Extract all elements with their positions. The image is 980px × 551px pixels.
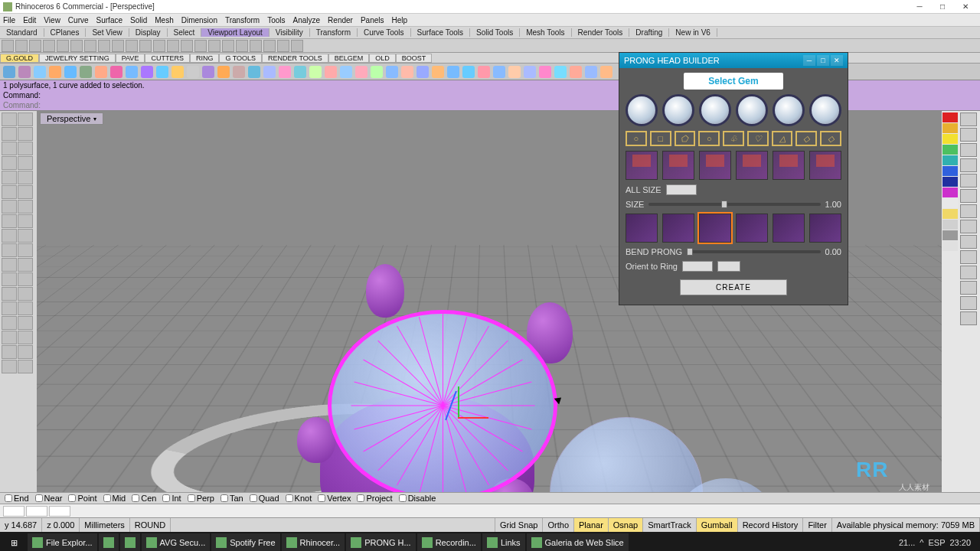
tray-lang[interactable]: ESP [928, 538, 945, 547]
gem-shape-option[interactable]: ♡ [747, 131, 769, 146]
shelf-tab[interactable]: Solid Tools [470, 28, 520, 37]
panel-tab-icon[interactable] [960, 158, 977, 172]
side-tool-icon[interactable] [2, 243, 17, 257]
side-tool-icon[interactable] [18, 156, 33, 170]
osnap-near[interactable] [35, 494, 43, 502]
toolbar-icon[interactable] [15, 40, 28, 52]
side-tool-icon[interactable] [18, 171, 33, 184]
side-tool-icon[interactable] [18, 200, 33, 214]
taskbar-item[interactable]: Galeria de Web Slice [527, 533, 629, 551]
side-tool-icon[interactable] [18, 112, 33, 126]
status-toggle[interactable]: Grid Snap [495, 518, 544, 532]
side-tool-icon[interactable] [2, 229, 17, 243]
shelf-tab[interactable]: Curve Tools [358, 28, 411, 37]
side-tool-icon[interactable] [18, 258, 33, 272]
panel-minimize-icon[interactable]: ─ [803, 55, 815, 66]
panel-tab-icon[interactable] [960, 128, 977, 142]
toolbar-icon[interactable] [153, 40, 165, 52]
side-tool-icon[interactable] [2, 200, 17, 214]
setting-option[interactable] [626, 151, 658, 180]
plugin-tool-icon[interactable] [539, 66, 551, 78]
toolbar-icon[interactable] [208, 40, 220, 52]
tray-weather[interactable]: 21... [899, 538, 915, 547]
plugin-tool-icon[interactable] [233, 66, 245, 78]
panel-tab-icon[interactable] [960, 112, 977, 126]
toolbar-icon[interactable] [2, 40, 14, 52]
toolbar-icon[interactable] [112, 40, 124, 52]
shelf-tab[interactable]: Display [129, 28, 168, 37]
menu-file[interactable]: File [3, 16, 15, 24]
status-toggle[interactable]: Record History [738, 518, 804, 532]
view-tab[interactable] [49, 506, 70, 517]
shelf-tab[interactable]: Viewport Layout [201, 28, 270, 37]
tray-chevron-icon[interactable]: ^ [920, 538, 923, 547]
plugin-tool-icon[interactable] [462, 66, 475, 78]
menu-analyze[interactable]: Analyze [293, 16, 321, 24]
side-tool-icon[interactable] [18, 272, 33, 286]
gem-shape-option[interactable]: ○ [626, 131, 647, 146]
osnap-disable[interactable] [399, 494, 407, 502]
panel-tab-icon[interactable] [960, 220, 977, 233]
color-swatch[interactable] [942, 166, 958, 176]
gem-shape-option[interactable]: ⬠ [675, 131, 696, 146]
toolbar-icon[interactable] [84, 40, 96, 52]
side-tool-icon[interactable] [18, 360, 33, 373]
side-tool-icon[interactable] [2, 316, 17, 330]
panel-tab-icon[interactable] [960, 296, 977, 310]
menu-view[interactable]: View [44, 16, 60, 24]
status-toggle[interactable]: Gumball [697, 518, 738, 532]
toolbar-icon[interactable] [236, 40, 248, 52]
toolbar-icon[interactable] [167, 40, 179, 52]
toolbar-icon[interactable] [43, 40, 55, 52]
maximize-button[interactable]: □ [931, 0, 954, 14]
taskbar-item[interactable]: Spotify Free [211, 533, 279, 551]
plugin-tab[interactable]: RENDER TOOLS [262, 54, 328, 63]
setting-option[interactable] [773, 151, 805, 180]
status-toggle[interactable]: Osnap [609, 518, 643, 532]
plugin-tool-icon[interactable] [585, 66, 597, 78]
side-tool-icon[interactable] [2, 360, 17, 373]
toolbar-icon[interactable] [98, 40, 110, 52]
plugin-tool-icon[interactable] [49, 66, 61, 78]
panel-tab-icon[interactable] [960, 250, 977, 264]
menu-transform[interactable]: Transform [225, 16, 260, 24]
gem-shape-option[interactable]: □ [650, 131, 671, 146]
bend-slider[interactable] [687, 250, 821, 253]
panel-tab-icon[interactable] [960, 174, 977, 187]
toolbar-icon[interactable] [181, 40, 193, 52]
menu-tools[interactable]: Tools [267, 16, 285, 24]
gem-shape-option[interactable]: ◇ [820, 131, 841, 146]
side-tool-icon[interactable] [2, 258, 17, 272]
panel-tab-icon[interactable] [960, 189, 977, 203]
taskbar-item[interactable] [120, 533, 140, 551]
plugin-tab[interactable]: JEWELRY SETTING [39, 54, 116, 63]
side-tool-icon[interactable] [18, 243, 33, 257]
plugin-tool-icon[interactable] [279, 66, 291, 78]
side-tool-icon[interactable] [2, 127, 17, 141]
gem-cut-option[interactable] [662, 94, 694, 126]
toolbar-icon[interactable] [250, 40, 262, 52]
plugin-tool-icon[interactable] [401, 66, 413, 78]
toolbar-icon[interactable] [126, 40, 138, 52]
panel-tab-icon[interactable] [960, 281, 977, 295]
plugin-tab[interactable]: BELGEM [328, 54, 370, 63]
plugin-tool-icon[interactable] [600, 66, 612, 78]
osnap-project[interactable] [357, 494, 364, 502]
plugin-tool-icon[interactable] [18, 66, 31, 78]
plugin-tool-icon[interactable] [95, 66, 107, 78]
plugin-tool-icon[interactable] [110, 66, 122, 78]
taskbar-item[interactable] [99, 533, 119, 551]
toolbar-icon[interactable] [57, 40, 69, 52]
osnap-int[interactable] [162, 494, 170, 502]
shelf-tab[interactable]: Set View [86, 28, 129, 37]
plugin-tool-icon[interactable] [172, 66, 184, 78]
adjust-option[interactable] [736, 214, 768, 243]
side-tool-icon[interactable] [18, 142, 33, 155]
gem-shape-option[interactable]: ◇ [795, 131, 817, 146]
adjust-option[interactable] [699, 214, 731, 243]
menu-help[interactable]: Help [392, 16, 408, 24]
status-toggle[interactable]: Ortho [543, 518, 574, 532]
status-toggle[interactable]: Planar [574, 518, 609, 532]
osnap-vertex[interactable] [318, 494, 325, 502]
adjust-option[interactable] [809, 214, 841, 243]
